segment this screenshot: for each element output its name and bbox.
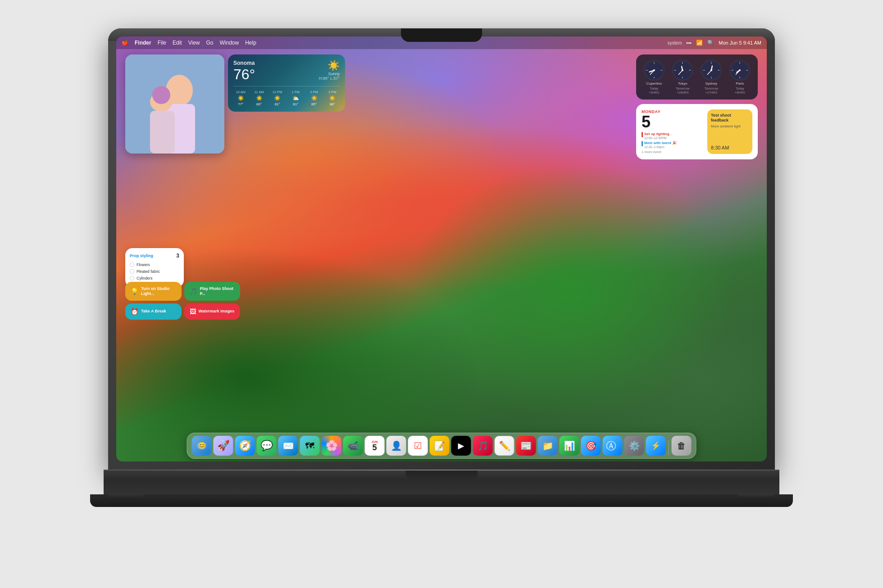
dock-app-notes[interactable]: 📝: [430, 436, 450, 456]
finder-menu[interactable]: Finder: [135, 40, 151, 46]
shortcut-watermark-label: Watermark Images: [199, 309, 235, 314]
reminder-label-3: Cylinders: [137, 276, 152, 280]
svg-point-29: [710, 69, 712, 71]
dock-separator: [669, 440, 669, 456]
shortcut-watermark-icon: 🖼: [190, 308, 196, 315]
shortcut-watermark[interactable]: 🖼 Watermark Images: [184, 303, 241, 320]
calendar-more: 1 more event: [642, 150, 703, 154]
calendar-note: Test shoot feedback More ambient light 8…: [707, 109, 752, 154]
dock-app-maps[interactable]: 🗺: [300, 436, 320, 456]
reminder-item-2: Pleated fabric: [130, 269, 179, 274]
dock-cal-day: 5: [372, 443, 377, 452]
clock-offset-cupertino: Today: [650, 87, 658, 90]
screen: 🍎 Finder File Edit View Go Window Help s…: [116, 36, 767, 461]
system-status: system: [668, 41, 682, 45]
clock-cupertino: Cupertino Today +0HRS: [642, 60, 667, 94]
dock-app-appstore[interactable]: Ⓐ: [603, 436, 623, 456]
shortcut-take-break[interactable]: ⏰ Take A Break: [125, 303, 182, 320]
clock-face-paris: [729, 60, 750, 81]
edit-menu[interactable]: Edit: [173, 40, 182, 46]
dock-app-contacts[interactable]: 👤: [387, 436, 406, 456]
foot-left: [108, 494, 144, 499]
dock-app-facetime[interactable]: 📹: [343, 436, 363, 456]
clock-paris: Paris Today +9HRS: [728, 60, 753, 94]
dock-app-keynote[interactable]: 🎯: [581, 436, 601, 456]
weather-temp: 76°: [233, 67, 255, 81]
shortcut-studio-light[interactable]: 💡 Turn on Studio Light...: [125, 282, 182, 301]
calendar-event-2: Meet with talent 🎉 12:30–1:00pm: [642, 141, 703, 149]
search-icon[interactable]: 🔍: [707, 40, 714, 46]
dock-app-appletv[interactable]: ▶: [451, 436, 471, 456]
weather-condition: Sunny: [319, 72, 340, 76]
shortcut-music-label: Play Photo Shoot P...: [200, 286, 235, 296]
reminders-count: 3: [176, 253, 179, 259]
reminders-title: Prop styling: [130, 253, 153, 258]
calendar-note-time: 8:30 AM: [711, 145, 749, 150]
clock-city-paris: Paris: [736, 81, 744, 86]
dock-app-freeform[interactable]: ✏️: [495, 436, 514, 456]
apple-menu[interactable]: 🍎: [122, 40, 128, 46]
screen-bezel: 🍎 Finder File Edit View Go Window Help s…: [108, 28, 775, 470]
weather-hour-3: 12 PM ☀️ 81°: [270, 90, 285, 106]
svg-rect-5: [150, 111, 175, 154]
reminder-checkbox-2[interactable]: [130, 269, 134, 274]
dock-app-launchpad[interactable]: 🚀: [214, 436, 233, 456]
svg-point-4: [152, 86, 170, 104]
macbook: 🍎 Finder File Edit View Go Window Help s…: [104, 28, 779, 560]
macbook-feet: [90, 494, 793, 499]
shortcut-play-music[interactable]: 🎵 Play Photo Shoot P...: [184, 282, 241, 301]
reminder-label-1: Flowers: [137, 262, 150, 267]
clock-offset-paris: Today: [736, 87, 744, 90]
svg-point-13: [653, 69, 655, 71]
dock-app-trash[interactable]: 🗑: [672, 436, 692, 456]
reminder-checkbox-3[interactable]: [130, 276, 134, 280]
wifi-icon[interactable]: 📶: [696, 40, 703, 46]
clock-face-tokyo: [672, 60, 693, 81]
clock-city-cupertino: Cupertino: [646, 81, 662, 86]
calendar-left: Monday 5 Set up lighting 12:00–12:30PM: [642, 109, 703, 154]
reminder-checkbox-1[interactable]: [130, 262, 134, 267]
dock: 😊 🚀 🧭 💬 ✉️ 🗺: [187, 433, 696, 459]
dock-app-messages[interactable]: 💬: [257, 436, 277, 456]
window-menu[interactable]: Window: [220, 40, 239, 46]
calendar-day-number: 5: [642, 114, 703, 130]
help-menu[interactable]: Help: [245, 40, 256, 46]
weather-hour-2: 11 AM ☀️ 80°: [252, 90, 267, 106]
dock-app-news[interactable]: 📰: [516, 436, 536, 456]
dock-app-systemprefs[interactable]: ⚙️: [624, 436, 644, 456]
view-menu[interactable]: View: [188, 40, 200, 46]
weather-hour-5: 2 PM ☀️ 85°: [307, 90, 322, 106]
reminder-item-3: Cylinders: [130, 276, 179, 280]
go-menu[interactable]: Go: [206, 40, 214, 46]
clock-offset-tokyo: Tomorrow: [676, 87, 690, 90]
dock-app-calendar[interactable]: JUN 5: [365, 436, 385, 456]
menu-bar-left: 🍎 Finder File Edit View Go Window Help: [122, 40, 256, 46]
svg-point-37: [739, 69, 741, 71]
dock-app-files[interactable]: 📁: [538, 436, 558, 456]
dock-app-sysextensions[interactable]: ⚡: [646, 436, 666, 456]
shortcut-break-label: Take A Break: [141, 309, 166, 314]
trackpad-notch: [405, 470, 478, 479]
dock-app-mail[interactable]: ✉️: [278, 436, 298, 456]
dock-app-photos[interactable]: 🌸: [322, 436, 341, 456]
dock-app-music[interactable]: 🎵: [473, 436, 493, 456]
macbook-base: [90, 494, 793, 507]
calendar-widget: Monday 5 Set up lighting 12:00–12:30PM: [636, 104, 758, 160]
shortcut-music-icon: 🎵: [190, 288, 197, 295]
weather-hour-4: 1 PM ⛅ 81°: [288, 90, 303, 106]
dock-app-numbers[interactable]: 📊: [560, 436, 579, 456]
shortcut-light-label: Turn on Studio Light...: [141, 286, 176, 296]
dock-app-safari[interactable]: 🧭: [235, 436, 255, 456]
svg-text:😊: 😊: [198, 442, 206, 449]
dock-app-finder[interactable]: 😊: [192, 436, 212, 456]
shortcuts-widget: 💡 Turn on Studio Light... 🎵 Play Photo S…: [125, 282, 240, 320]
clock-city-sydney: Sydney: [705, 81, 717, 86]
clock-widget: Cupertino Today +0HRS: [636, 54, 758, 100]
reminders-widget: Prop styling 3 Flowers Pleated fabric Cy…: [125, 248, 184, 287]
file-menu[interactable]: File: [158, 40, 166, 46]
dock-app-reminders[interactable]: ☑: [408, 436, 428, 456]
calendar-day-label: Monday: [642, 109, 703, 114]
clock-sydney: Sydney Tomorrow +17HRS: [699, 60, 724, 94]
macbook-body: [104, 470, 779, 494]
menu-bar-right: system ▪▪▪ 📶 🔍 Mon Jun 5 9:41 AM: [668, 40, 761, 46]
